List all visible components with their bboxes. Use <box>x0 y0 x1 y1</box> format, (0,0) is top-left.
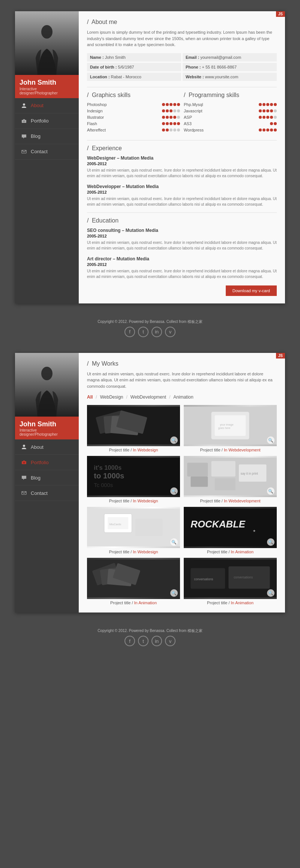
edu-title-1: SEO consulting – Mutation Media <box>87 228 277 233</box>
skill-flash: Flash <box>87 121 180 126</box>
svg-text:your image: your image <box>220 423 233 426</box>
portfolio-thumb-6: ROCKABLE ★ 🔍 <box>184 507 277 548</box>
portfolio-item-2[interactable]: your image goes here 🔍 Project title / I… <box>184 405 277 452</box>
linkedin-icon-2[interactable]: in <box>152 636 162 646</box>
portfolio-item-7[interactable]: 🔍 Project title / In Animation <box>87 558 180 605</box>
nav-blog-label-1: Blog <box>31 133 40 139</box>
facebook-icon-1[interactable]: f <box>124 327 135 337</box>
filter-animation[interactable]: Animation <box>173 394 193 400</box>
nav-contact-2[interactable]: Contact <box>15 486 79 501</box>
skill-indesign: Indesign <box>87 109 180 113</box>
zoom-icon-5[interactable]: 🔍 <box>170 538 178 546</box>
vimeo-icon-2[interactable]: v <box>165 636 176 646</box>
skill-as3: AS3 <box>184 121 277 126</box>
download-vcard-button[interactable]: Download my v-card <box>226 285 277 296</box>
edu-desc-2: Ut enim ad minim veniam, quis nostrud ex… <box>87 268 277 279</box>
nav-portfolio-2[interactable]: Portfolio <box>15 455 79 470</box>
nav-about-1[interactable]: About <box>15 98 79 114</box>
svg-text:goes here: goes here <box>218 426 231 430</box>
divider-1 <box>87 87 277 87</box>
exp-date-1: 2005-2012 <box>87 161 277 166</box>
camera-icon-1 <box>20 117 28 125</box>
svg-rect-25 <box>187 463 208 477</box>
svg-point-5 <box>41 367 52 380</box>
portfolio-item-5[interactable]: MiuCards 🔍 Project title / In Webdesign <box>87 507 180 554</box>
js-badge-1: JS <box>276 11 285 17</box>
filter-all[interactable]: All <box>87 394 93 400</box>
portfolio-thumb-1: 🔍 <box>87 405 180 446</box>
filter-webdevelopment[interactable]: WebDevelopment <box>130 394 166 400</box>
zoom-icon-1[interactable]: 🔍 <box>170 436 178 444</box>
portfolio-item-6[interactable]: ROCKABLE ★ 🔍 Project title / In Animatio… <box>184 507 277 554</box>
main-content-1: JS / About me Lorem ipsum is simply dumm… <box>79 11 285 303</box>
exp-desc-2: Ut enim ad minim veniam, quis nostrud ex… <box>87 196 277 207</box>
exp-desc-1: Ut enim ad minim veniam, quis nostrud ex… <box>87 167 277 179</box>
project-image-1 <box>87 405 180 446</box>
nav-portfolio-1[interactable]: Portfolio <box>15 114 79 129</box>
main-content-2: JS / My Works Ut enim ad minim veniam, q… <box>79 353 285 613</box>
skill-photoshop: Photoshop <box>87 102 180 107</box>
name-block-2: John Smith Interactive designer/Photogra… <box>15 417 79 440</box>
project-image-5: MiuCards <box>87 507 180 548</box>
svg-point-1 <box>23 103 25 106</box>
info-grid: Name : John Smith Email : youremail@gmai… <box>87 53 277 81</box>
works-intro: Ut enim ad minim veniam, quis nostrud ex… <box>87 371 277 390</box>
svg-rect-35 <box>135 519 163 536</box>
filter-webdesign[interactable]: WebDesign <box>100 394 123 400</box>
skill-php: Php.Mysql <box>184 102 277 107</box>
linkedin-icon-1[interactable]: in <box>152 327 162 337</box>
project-image-7 <box>87 558 180 599</box>
nav-blog-label-2: Blog <box>31 475 40 481</box>
person-silhouette-2 <box>30 364 64 417</box>
portfolio-label-6: Project title / In Animation <box>184 550 277 554</box>
social-icons-1: f t in v <box>4 327 296 337</box>
zoom-icon-3[interactable]: 🔍 <box>170 487 178 495</box>
nav-blog-1[interactable]: Blog <box>15 129 79 144</box>
edu-date-1: 2005-2012 <box>87 234 277 238</box>
twitter-icon-1[interactable]: t <box>138 327 148 337</box>
skill-aftereffect: Aftereffect <box>87 128 180 132</box>
nav-blog-2[interactable]: Blog <box>15 470 79 486</box>
profile-photo-1 <box>15 11 79 75</box>
facebook-icon-2[interactable]: f <box>124 636 135 646</box>
svg-text:ROCKABLE: ROCKABLE <box>190 519 246 529</box>
twitter-icon-2[interactable]: t <box>138 636 148 646</box>
nav-about-label-2: About <box>31 444 44 450</box>
js-badge-2: JS <box>276 353 285 359</box>
project-image-2: your image goes here <box>184 405 277 446</box>
graphics-skills: / Graphics skills Photoshop Ind <box>87 92 180 134</box>
svg-rect-27 <box>211 461 235 477</box>
zoom-icon-4[interactable]: 🔍 <box>267 487 274 495</box>
zoom-icon-6[interactable]: 🔍 <box>267 538 274 546</box>
svg-rect-31 <box>87 508 180 546</box>
nav-about-2[interactable]: About <box>15 439 79 455</box>
programming-skills: / Programming skills Php.Mysql <box>184 92 277 134</box>
portfolio-item-4[interactable]: say it in print 🔍 Project title / In Web… <box>184 456 277 503</box>
chat-icon-2 <box>20 474 28 481</box>
divider-2 <box>87 140 277 140</box>
zoom-icon-8[interactable]: 🔍 <box>267 589 274 597</box>
svg-text:conversations: conversations <box>194 578 213 581</box>
zoom-icon-2[interactable]: 🔍 <box>267 436 274 444</box>
zoom-icon-7[interactable]: 🔍 <box>170 589 178 597</box>
envelope-icon-1 <box>20 148 28 155</box>
info-website: Website : www.yoursite.com <box>183 73 277 81</box>
portfolio-item-3[interactable]: it's 1000s to 1000s Tc 000s 🔍 Project ti… <box>87 456 180 503</box>
sidebar-1: John Smith Interactive designer/Photogra… <box>15 11 79 303</box>
edu-item-1: SEO consulting – Mutation Media 2005-201… <box>87 228 277 251</box>
vimeo-icon-1[interactable]: v <box>165 327 176 337</box>
portfolio-item-1[interactable]: 🔍 Project title / In Webdesign <box>87 405 180 452</box>
portfolio-item-8[interactable]: conversations conversations 🔍 Project ti… <box>184 558 277 605</box>
portfolio-thumb-3: it's 1000s to 1000s Tc 000s 🔍 <box>87 456 180 497</box>
nav-contact-1[interactable]: Contact <box>15 144 79 160</box>
person-silhouette-1 <box>30 22 64 75</box>
project-image-4: say it in print <box>184 456 277 497</box>
info-name: Name : John Smith <box>87 53 181 61</box>
user-icon-2 <box>20 443 28 451</box>
edu-desc-1: Ut enim ad minim veniam, quis nostrud ex… <box>87 240 277 251</box>
profile-subtitle-1: Interactive designer/Photographer <box>20 87 74 95</box>
sidebar-nav-2: About Portfolio Blog <box>15 439 79 501</box>
about-intro: Lorem ipsum is simply dummy text of the … <box>87 29 277 48</box>
footer-2: Copyright © 2012. Powered by Benassa. Co… <box>0 624 300 651</box>
svg-text:say it in print: say it in print <box>241 472 258 475</box>
